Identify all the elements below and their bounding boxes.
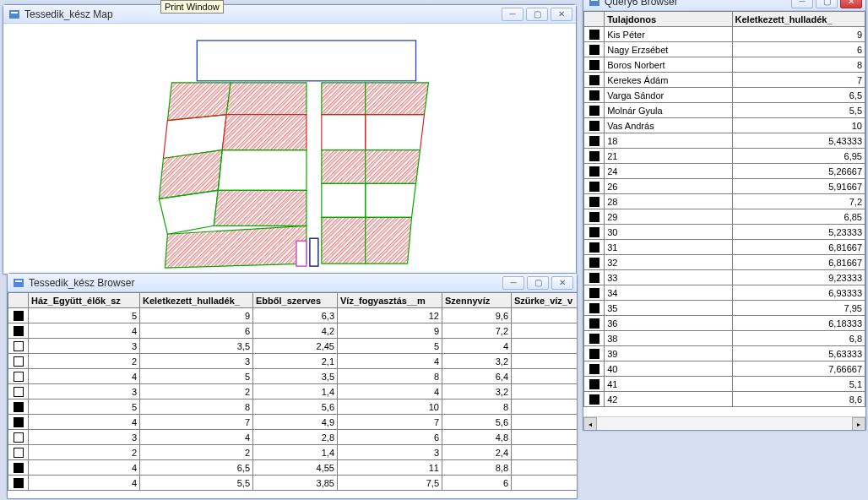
cell[interactable]: 4 [29,415,140,430]
row-selector[interactable] [589,197,599,207]
cell[interactable]: 4 [29,460,140,476]
cell[interactable]: 21 [605,149,732,164]
table-row[interactable]: 216,95 [584,149,865,164]
cell[interactable]: Kis Péter [605,27,732,42]
row-selector[interactable] [14,417,24,427]
table-row[interactable]: 232,143,2 [8,354,578,369]
cell[interactable]: 24 [605,164,732,179]
cell[interactable] [512,384,578,399]
cell[interactable]: Nagy Erzsébet [605,42,732,57]
row-selector[interactable] [589,90,599,101]
cell[interactable]: 5 [29,399,140,415]
cell[interactable]: 4,9 [253,415,338,430]
cell[interactable]: 5,6 [442,415,512,430]
cell[interactable]: 9 [732,27,865,42]
cell[interactable]: Vas András [605,118,732,133]
cell[interactable]: 28 [605,194,732,209]
cell[interactable]: 8 [140,399,253,415]
cell[interactable]: 6,5 [140,460,253,476]
table-row[interactable]: 464,297,2 [8,323,578,339]
cell[interactable]: 9,6 [442,308,512,323]
row-selector[interactable] [14,356,24,367]
cell[interactable]: 3 [29,430,140,445]
cell[interactable] [512,323,578,339]
row-selector[interactable] [589,106,599,116]
cell[interactable]: 32 [605,255,732,270]
cell[interactable]: 33 [605,270,732,285]
cell[interactable]: 2,1 [253,354,338,369]
cell[interactable]: 3,5 [253,369,338,384]
table-row[interactable]: 185,43333 [584,133,865,149]
cell[interactable]: 2 [140,445,253,460]
cell[interactable]: 5 [140,369,253,384]
cell[interactable]: 1,4 [253,445,338,460]
table-row[interactable]: 46,54,55118,8 [8,460,578,476]
row-selector[interactable] [589,379,599,389]
cell[interactable]: 7,95 [732,301,865,316]
row-selector[interactable] [589,334,599,344]
cell[interactable]: 2,8 [253,430,338,445]
table-row[interactable]: 453,586,4 [8,369,578,384]
cell[interactable]: 5,1 [732,377,865,392]
minimize-button[interactable]: ─ [791,0,813,8]
map-canvas-area[interactable] [3,24,576,274]
table-row[interactable]: 296,85 [584,209,865,225]
row-selector[interactable] [589,136,599,146]
cell[interactable]: 11 [338,460,442,476]
table-row[interactable]: 386,8 [584,331,865,346]
cell[interactable]: 5,26667 [732,164,865,179]
cell[interactable]: 41 [605,377,732,392]
row-selector[interactable] [14,402,24,412]
cell[interactable]: 10 [338,399,442,415]
table-row[interactable]: 346,93333 [584,285,865,301]
row-selector[interactable] [589,166,599,177]
cell[interactable]: 6,85 [732,209,865,225]
row-selector[interactable] [589,60,599,70]
row-selector[interactable] [589,318,599,329]
cell[interactable]: 7 [338,415,442,430]
table-row[interactable]: 474,975,6 [8,415,578,430]
row-selector[interactable] [14,463,24,473]
column-header[interactable]: Szennyvíz [442,293,512,308]
table-row[interactable]: Nagy Erzsébet6 [584,42,865,57]
cell[interactable]: 2 [29,354,140,369]
cell[interactable]: Boros Norbert [605,57,732,73]
cell[interactable]: 6,95 [732,149,865,164]
cell[interactable]: 6,5 [732,88,865,103]
table-row[interactable]: 415,1 [584,377,865,392]
table-row[interactable]: 245,26667 [584,164,865,179]
cell[interactable]: 8 [732,57,865,73]
cell[interactable]: 30 [605,225,732,240]
table-row[interactable]: 357,95 [584,301,865,316]
row-selector[interactable] [14,341,24,351]
cell[interactable]: 8 [338,369,442,384]
browser-titlebar[interactable]: Tessedik_kész Browser ─ ▢ ✕ [8,274,577,292]
cell[interactable]: 3 [29,339,140,354]
browser-table[interactable]: Ház_Együtt_élők_szKeletkezett_hulladék_E… [8,292,577,491]
cell[interactable]: 6,4 [442,369,512,384]
cell[interactable]: 5,6 [253,399,338,415]
cell[interactable]: 31 [605,240,732,255]
table-row[interactable]: 326,81667 [584,255,865,270]
cell[interactable]: 6,3 [253,308,338,323]
row-selector[interactable] [589,273,599,283]
cell[interactable]: 5,43333 [732,133,865,149]
cell[interactable]: 5,5 [140,476,253,491]
maximize-button[interactable]: ▢ [816,0,838,8]
cell[interactable]: 4 [338,354,442,369]
table-row[interactable]: 585,6108 [8,399,578,415]
cell[interactable]: Kerekes Ádám [605,73,732,88]
column-header[interactable]: Víz_fogyasztás__m [338,293,442,308]
minimize-button[interactable]: ─ [502,8,524,21]
row-selector[interactable] [589,75,599,85]
row-selector[interactable] [589,394,599,405]
table-row[interactable]: 265,91667 [584,179,865,194]
column-header[interactable]: Keletkezett_hulladék_ [140,293,253,308]
table-row[interactable]: 407,66667 [584,361,865,377]
cell[interactable]: 4,8 [442,430,512,445]
table-row[interactable]: Kerekes Ádám7 [584,73,865,88]
cell[interactable]: 5 [29,308,140,323]
table-row[interactable]: 221,432,4 [8,445,578,460]
cell[interactable]: 6,18333 [732,316,865,331]
minimize-button[interactable]: ─ [502,276,524,290]
